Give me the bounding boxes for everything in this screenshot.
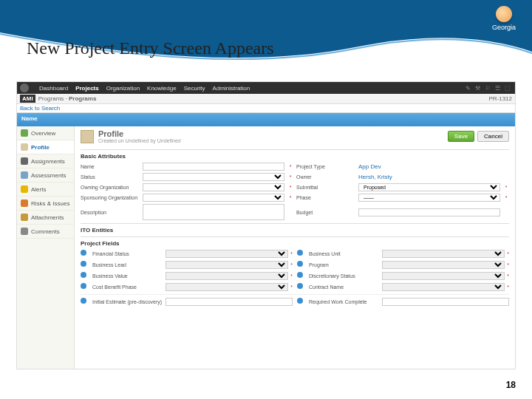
info-icon[interactable] [81,261,86,267]
required-marker: * [287,174,293,180]
sidebar-item-label: Alerts [31,186,46,193]
required-marker: * [290,284,293,290]
sidebar-icon [21,157,28,165]
app-logo-icon [20,83,29,92]
sidebar-icon [21,185,28,193]
field-input-submittal[interactable]: Proposed [358,183,500,191]
required-marker: * [290,273,293,279]
required-marker: * [290,251,293,256]
required-marker: * [507,273,509,279]
sidebar-item-attachments[interactable]: Attachments [17,211,74,225]
sidebar-item-comments[interactable]: Comments [17,225,74,239]
sidebar-item-label: Overview [31,130,55,137]
logo-text: Georgia [492,24,516,31]
field-label: Phase [296,195,355,200]
sidebar-icon [21,214,28,221]
back-to-search-link[interactable]: Back to Search [17,104,515,113]
nav-knowledge[interactable]: Knowledge [147,85,177,92]
field-input-name[interactable] [143,163,284,171]
slide-title: New Project Entry Screen Appears [27,38,274,58]
nav-security[interactable]: Security [184,85,205,92]
field-input-required-work-complete[interactable] [382,298,509,306]
field-label: Initial Estimate (pre-discovery) [92,299,163,304]
sidebar-item-label: Risks & Issues [31,200,69,207]
field-select-business-unit[interactable] [382,250,505,258]
field-label: Sponsoring Organization [81,195,140,200]
info-icon[interactable] [297,283,303,289]
field-input-initial-estimate-pre-discovery-[interactable] [166,298,293,306]
field-select-program[interactable] [382,261,505,269]
field-input-status[interactable] [143,173,284,181]
ito-entities-section: ITO Entities [81,223,509,233]
field-select-business-value[interactable] [166,272,288,280]
crumb-2: Programs [69,95,96,102]
required-marker: * [503,185,509,190]
field-input-budget[interactable] [358,208,500,216]
breadcrumb-bar: AMI Programs · Programs PR-1312 [17,94,515,104]
sidebar-item-profile[interactable]: Profile [17,140,74,154]
nav-administration[interactable]: Administration [213,85,250,92]
profile-heading: Profile [98,129,181,138]
field-label: Business Unit [309,251,380,256]
main-panel: Profile Created on Undefined by Undefine… [75,126,515,369]
save-button[interactable]: Save [448,131,474,142]
nav-utility-icons[interactable]: ✎ ⚒ ⚐ ☰ ⬚ [466,85,512,92]
info-icon[interactable] [297,272,303,278]
info-icon[interactable] [297,298,303,304]
sidebar-item-risks-issues[interactable]: Risks & Issues [17,197,74,211]
field-select-contract-name[interactable] [382,283,505,291]
field-label: Business Lead [92,262,163,267]
basic-attributes-section: Basic Attributes Name*Project TypeApp De… [81,149,509,220]
info-icon[interactable] [81,298,86,304]
sidebar-item-assessments[interactable]: Assessments [17,168,74,183]
info-icon[interactable] [81,272,86,278]
cancel-button[interactable]: Cancel [477,131,509,142]
required-marker: * [290,262,293,267]
sidebar-item-assignments[interactable]: Assignments [17,154,74,168]
field-label: Project Type [296,164,355,169]
info-icon[interactable] [81,283,86,289]
info-icon[interactable] [297,250,303,256]
sidebar: OverviewProfileAssignmentsAssessmentsAle… [17,126,75,369]
name-bar: Name [17,113,515,126]
field-label: Name [81,164,140,169]
field-label: Owner [296,174,355,180]
sidebar-icon [21,171,28,179]
required-marker: * [287,164,293,169]
field-label: Contract Name [309,284,380,290]
field-input-phase[interactable]: —— [358,194,500,202]
field-input-owning-organization[interactable] [143,183,284,191]
field-select-cost-benefit-phase[interactable] [166,283,288,291]
sidebar-icon [21,129,28,137]
required-marker: * [503,195,509,200]
field-input-description[interactable] [143,204,284,220]
field-select-discretionary-status[interactable] [382,272,505,280]
sidebar-item-label: Attachments [31,214,64,221]
project-id: PR-1312 [488,95,512,102]
field-label: Description [81,210,140,215]
sidebar-icon [21,228,28,235]
required-marker: * [287,195,293,200]
field-label: Program [309,262,380,267]
nav-projects[interactable]: Projects [75,85,99,92]
info-icon[interactable] [81,250,86,256]
georgia-logo: Georgia [492,6,516,31]
peach-icon [496,6,512,22]
profile-header: Profile Created on Undefined by Undefine… [81,126,509,146]
field-label: Business Value [92,273,163,279]
project-fields-section: Project Fields Financial Status*Business… [81,236,509,306]
info-icon[interactable] [297,261,303,267]
sidebar-item-overview[interactable]: Overview [17,126,74,140]
field-label: Status [81,174,140,180]
field-select-financial-status[interactable] [166,250,288,258]
required-marker: * [507,251,509,256]
sidebar-item-alerts[interactable]: Alerts [17,183,74,197]
field-select-business-lead[interactable] [166,261,288,269]
crumb-1[interactable]: Programs · [38,95,67,102]
field-input-sponsoring-organization[interactable] [143,194,284,202]
field-input-project-type: App Dev [358,163,500,170]
sidebar-item-label: Profile [31,144,50,151]
nav-organization[interactable]: Organization [106,85,140,92]
page-number: 18 [506,380,516,390]
nav-dashboard[interactable]: Dashboard [39,85,68,92]
